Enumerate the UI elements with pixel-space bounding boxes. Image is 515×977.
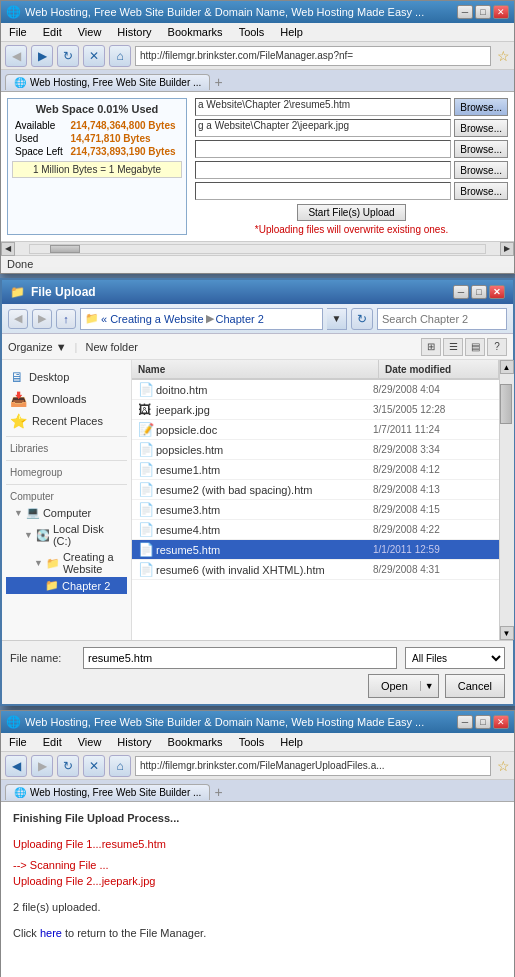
stop-button[interactable]: ✕ — [83, 45, 105, 67]
scroll-track-1[interactable] — [29, 244, 486, 254]
browser-tab-3[interactable]: 🌐 Web Hosting, Free Web Site Builder ... — [5, 784, 210, 800]
file-row-5[interactable]: 📄 resume2 (with bad spacing).htm 8/29/20… — [132, 480, 499, 500]
organize-button[interactable]: Organize ▼ — [8, 341, 67, 353]
open-dropdown-arrow[interactable]: ▼ — [420, 681, 438, 691]
home-button[interactable]: ⌂ — [109, 45, 131, 67]
address-bar-3[interactable]: http://filemgr.brinkster.com/FileManager… — [135, 756, 491, 776]
menu-view[interactable]: View — [75, 25, 105, 39]
scroll-right-arrow[interactable]: ▶ — [500, 242, 514, 256]
menu-edit[interactable]: Edit — [40, 25, 65, 39]
breadcrumb-root[interactable]: « Creating a Website — [101, 313, 204, 325]
new-folder-button[interactable]: New folder — [85, 341, 138, 353]
col-header-name[interactable]: Name — [132, 360, 379, 378]
cancel-button[interactable]: Cancel — [445, 674, 505, 698]
address-bar-1[interactable]: http://filemgr.brinkster.com/FileManager… — [135, 46, 491, 66]
col-header-date[interactable]: Date modified — [379, 360, 499, 378]
filename-input[interactable] — [83, 647, 397, 669]
file-row-1[interactable]: 🖼 jeepark.jpg 3/15/2005 12:28 — [132, 400, 499, 420]
sidebar-item-recent[interactable]: ⭐ Recent Places — [6, 410, 127, 432]
upload-input-1[interactable]: g a Website\Chapter 2\jeepark.jpg — [195, 119, 451, 137]
dialog-refresh-button[interactable]: ↻ — [351, 308, 373, 330]
view-large-button[interactable]: ⊞ — [421, 338, 441, 356]
new-tab-button-3[interactable]: + — [214, 784, 222, 800]
browse-button-3[interactable]: Browse... — [454, 161, 508, 179]
minimize-button[interactable]: ─ — [457, 5, 473, 19]
dialog-up-button[interactable]: ↑ — [56, 309, 76, 329]
close-button-3[interactable]: ✕ — [493, 715, 509, 729]
v-scroll-track[interactable] — [500, 374, 514, 626]
v-scroll-down[interactable]: ▼ — [500, 626, 514, 640]
upload-input-4[interactable] — [195, 182, 451, 200]
dialog-forward-button[interactable]: ▶ — [32, 309, 52, 329]
menu-bookmarks[interactable]: Bookmarks — [165, 25, 226, 39]
browse-button-2[interactable]: Browse... — [454, 140, 508, 158]
tree-local-disk[interactable]: ▼ 💽 Local Disk (C:) — [6, 521, 127, 549]
maximize-button[interactable]: □ — [475, 5, 491, 19]
refresh-button[interactable]: ↻ — [57, 45, 79, 67]
upload-input-3[interactable] — [195, 161, 451, 179]
maximize-button-3[interactable]: □ — [475, 715, 491, 729]
dialog-maximize[interactable]: □ — [471, 285, 487, 299]
help-button[interactable]: ? — [487, 338, 507, 356]
filetype-select[interactable]: All Files — [405, 647, 505, 669]
minimize-button-3[interactable]: ─ — [457, 715, 473, 729]
dialog-back-button[interactable]: ◀ — [8, 309, 28, 329]
refresh-button-3[interactable]: ↻ — [57, 755, 79, 777]
tree-computer[interactable]: ▼ 💻 Computer — [6, 504, 127, 521]
forward-button[interactable]: ▶ — [31, 45, 53, 67]
upload-input-2[interactable] — [195, 140, 451, 158]
file-row-8[interactable]: 📄 resume5.htm 1/1/2011 12:59 — [132, 540, 499, 560]
breadcrumb-child[interactable]: Chapter 2 — [216, 313, 264, 325]
search-input[interactable] — [382, 313, 515, 325]
view-list-button[interactable]: ☰ — [443, 338, 463, 356]
sidebar-item-downloads[interactable]: 📥 Downloads — [6, 388, 127, 410]
browse-button-0[interactable]: Browse... — [454, 98, 508, 116]
bookmark-star-3[interactable]: ☆ — [497, 758, 510, 774]
open-button[interactable]: Open ▼ — [368, 674, 439, 698]
menu-file[interactable]: File — [6, 25, 30, 39]
home-button-3[interactable]: ⌂ — [109, 755, 131, 777]
new-tab-button[interactable]: + — [214, 74, 222, 90]
menu3-bookmarks[interactable]: Bookmarks — [165, 735, 226, 749]
scroll-thumb-1[interactable] — [50, 245, 80, 253]
v-scroll-thumb[interactable] — [500, 384, 512, 424]
upload-input-0[interactable]: a Website\Chapter 2\resume5.htm — [195, 98, 451, 116]
file-row-9[interactable]: 📄 resume6 (with invalid XHTML).htm 8/29/… — [132, 560, 499, 580]
menu3-edit[interactable]: Edit — [40, 735, 65, 749]
start-upload-button[interactable]: Start File(s) Upload — [297, 204, 405, 221]
breadcrumb-dropdown[interactable]: ▼ — [327, 308, 347, 330]
tree-creating[interactable]: ▼ 📁 Creating a Website — [6, 549, 127, 577]
file-row-3[interactable]: 📄 popsicles.htm 8/29/2008 3:34 — [132, 440, 499, 460]
stop-button-3[interactable]: ✕ — [83, 755, 105, 777]
search-box[interactable]: 🔍 — [377, 308, 507, 330]
browse-button-1[interactable]: Browse... — [454, 119, 508, 137]
menu-help[interactable]: Help — [277, 25, 306, 39]
forward-button-3[interactable]: ▶ — [31, 755, 53, 777]
tree-chapter2[interactable]: 📁 Chapter 2 — [6, 577, 127, 594]
menu3-help[interactable]: Help — [277, 735, 306, 749]
close-button[interactable]: ✕ — [493, 5, 509, 19]
file-row-2[interactable]: 📝 popsicle.doc 1/7/2011 11:24 — [132, 420, 499, 440]
menu3-file[interactable]: File — [6, 735, 30, 749]
view-detail-button[interactable]: ▤ — [465, 338, 485, 356]
scroll-left-arrow[interactable]: ◀ — [1, 242, 15, 256]
here-link[interactable]: here — [40, 927, 62, 939]
v-scroll-up[interactable]: ▲ — [500, 360, 514, 374]
back-button[interactable]: ◀ — [5, 45, 27, 67]
file-row-0[interactable]: 📄 doitno.htm 8/29/2008 4:04 — [132, 380, 499, 400]
file-row-6[interactable]: 📄 resume3.htm 8/29/2008 4:15 — [132, 500, 499, 520]
menu3-tools[interactable]: Tools — [236, 735, 268, 749]
sidebar-item-desktop[interactable]: 🖥 Desktop — [6, 366, 127, 388]
menu3-view[interactable]: View — [75, 735, 105, 749]
browser-tab-1[interactable]: 🌐 Web Hosting, Free Web Site Builder ... — [5, 74, 210, 90]
menu-history[interactable]: History — [114, 25, 154, 39]
menu-tools[interactable]: Tools — [236, 25, 268, 39]
menu3-history[interactable]: History — [114, 735, 154, 749]
back-button-3[interactable]: ◀ — [5, 755, 27, 777]
browse-button-4[interactable]: Browse... — [454, 182, 508, 200]
dialog-minimize[interactable]: ─ — [453, 285, 469, 299]
file-row-7[interactable]: 📄 resume4.htm 8/29/2008 4:22 — [132, 520, 499, 540]
bookmark-star[interactable]: ☆ — [497, 48, 510, 64]
file-row-4[interactable]: 📄 resume1.htm 8/29/2008 4:12 — [132, 460, 499, 480]
dialog-close[interactable]: ✕ — [489, 285, 505, 299]
